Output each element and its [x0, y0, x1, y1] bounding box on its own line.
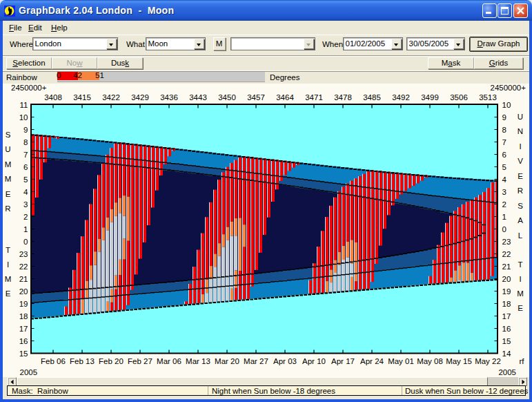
svg-text:18: 18: [19, 312, 28, 320]
svg-text:U: U: [518, 113, 523, 121]
svg-text:23: 23: [19, 250, 28, 258]
svg-text:Apr 17: Apr 17: [331, 357, 355, 365]
svg-text:23: 23: [502, 238, 511, 246]
svg-text:Mar 13: Mar 13: [186, 357, 210, 365]
svg-text:Feb 13: Feb 13: [70, 357, 95, 365]
svg-text:5: 5: [502, 163, 506, 171]
svg-text:16: 16: [19, 337, 28, 345]
svg-text:3408: 3408: [44, 93, 62, 102]
svg-text:3415: 3415: [73, 93, 91, 102]
svg-text:15: 15: [19, 350, 28, 358]
svg-text:Feb 06: Feb 06: [41, 357, 66, 365]
svg-text:22: 22: [19, 262, 28, 271]
svg-text:M: M: [517, 289, 524, 298]
svg-text:0: 0: [502, 225, 506, 233]
svg-text:M: M: [5, 160, 12, 169]
svg-text:Mar 06: Mar 06: [157, 357, 181, 365]
svg-text:19: 19: [502, 287, 511, 296]
svg-text:19: 19: [19, 300, 28, 308]
svg-text:11: 11: [20, 101, 28, 109]
svg-text:May 15: May 15: [446, 357, 472, 365]
svg-text:E: E: [6, 190, 11, 198]
svg-text:8: 8: [502, 126, 506, 134]
svg-text:20: 20: [502, 275, 511, 283]
svg-text:20: 20: [19, 287, 28, 296]
svg-text:3506: 3506: [450, 93, 468, 102]
svg-text:A: A: [518, 216, 523, 224]
svg-text:2005: 2005: [20, 368, 38, 376]
svg-text:9: 9: [502, 113, 506, 122]
svg-text:Mar 27: Mar 27: [244, 357, 268, 365]
svg-text:3485: 3485: [363, 93, 381, 102]
svg-text:4: 4: [23, 188, 28, 196]
svg-text:Feb 27: Feb 27: [128, 357, 152, 365]
svg-text:May 01: May 01: [388, 357, 414, 365]
svg-text:5: 5: [23, 175, 28, 184]
svg-text:15: 15: [502, 337, 511, 345]
svg-text:3443: 3443: [189, 93, 207, 102]
svg-text:3436: 3436: [160, 93, 178, 102]
svg-text:I: I: [7, 260, 9, 269]
svg-text:Feb 20: Feb 20: [99, 357, 124, 365]
svg-text:I: I: [519, 275, 521, 283]
svg-text:9: 9: [23, 126, 28, 134]
svg-text:3513: 3513: [479, 93, 497, 102]
svg-text:Mar 20: Mar 20: [215, 357, 239, 365]
svg-text:S: S: [518, 202, 523, 210]
svg-text:S: S: [6, 131, 11, 139]
svg-text:3471: 3471: [305, 93, 323, 102]
svg-text:6: 6: [23, 163, 28, 171]
svg-text:2: 2: [23, 213, 28, 221]
svg-text:May 08: May 08: [417, 357, 443, 365]
svg-text:3457: 3457: [247, 93, 265, 102]
svg-text:Apr 10: Apr 10: [302, 357, 326, 365]
svg-text:M: M: [5, 175, 12, 183]
svg-text:4: 4: [502, 175, 507, 184]
svg-text:1: 1: [502, 213, 506, 221]
svg-text:T: T: [518, 260, 522, 269]
svg-text:3492: 3492: [392, 93, 410, 102]
svg-text:E: E: [518, 304, 523, 312]
svg-text:V: V: [518, 157, 523, 165]
svg-text:3422: 3422: [102, 93, 120, 102]
svg-text:7: 7: [23, 151, 28, 159]
svg-text:10: 10: [19, 113, 28, 122]
svg-text:3: 3: [502, 188, 506, 196]
svg-text:8: 8: [23, 138, 28, 146]
svg-text:N: N: [518, 127, 523, 135]
svg-text:Apr 24: Apr 24: [360, 357, 384, 365]
svg-text:R: R: [5, 204, 10, 213]
svg-text:18: 18: [502, 300, 511, 308]
svg-text:3450: 3450: [218, 93, 236, 102]
svg-text:Apr 03: Apr 03: [273, 357, 297, 365]
svg-text:T: T: [6, 246, 10, 254]
svg-text:rf: rf: [519, 357, 524, 365]
svg-text:3478: 3478: [334, 93, 352, 102]
svg-text:10: 10: [502, 101, 511, 109]
svg-text:2: 2: [502, 200, 506, 209]
svg-text:May 22: May 22: [475, 357, 501, 365]
svg-text:E: E: [6, 289, 11, 298]
svg-text:M: M: [5, 275, 12, 283]
svg-text:0: 0: [23, 238, 28, 246]
svg-text:E: E: [518, 172, 523, 180]
svg-text:3499: 3499: [421, 93, 439, 102]
svg-text:21: 21: [502, 262, 511, 271]
svg-text:17: 17: [502, 312, 511, 320]
svg-text:16: 16: [502, 325, 511, 333]
svg-text:2005: 2005: [498, 368, 516, 376]
svg-text:2450000+: 2450000+: [491, 84, 526, 92]
svg-text:21: 21: [19, 275, 28, 283]
svg-text:14: 14: [502, 350, 511, 358]
svg-text:U: U: [5, 145, 10, 153]
svg-text:3464: 3464: [276, 93, 294, 102]
svg-text:R: R: [518, 186, 523, 195]
svg-text:I: I: [519, 142, 521, 151]
svg-text:L: L: [518, 231, 523, 240]
svg-text:7: 7: [502, 138, 506, 146]
svg-text:6: 6: [502, 151, 506, 159]
svg-text:22: 22: [502, 250, 511, 258]
svg-text:3429: 3429: [131, 93, 149, 102]
svg-text:1: 1: [23, 225, 28, 233]
svg-text:17: 17: [19, 325, 28, 333]
